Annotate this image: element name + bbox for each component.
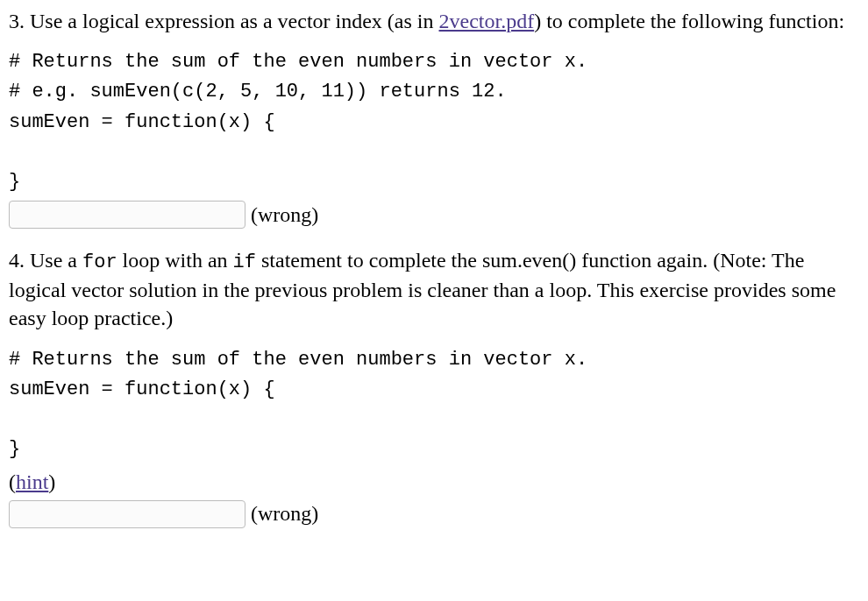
q4-code-for: for	[82, 251, 117, 273]
q3-answer-input[interactable]	[9, 201, 245, 229]
q4-status: (wrong)	[251, 499, 318, 527]
q3-link[interactable]: 2vector.pdf	[439, 10, 535, 32]
q4-prompt-a: 4. Use a	[9, 249, 82, 272]
q4-hint-link[interactable]: hint	[16, 470, 48, 493]
q4-answer-row: (wrong)	[9, 499, 859, 527]
q4-hint-line: (hint)	[9, 468, 859, 496]
q3-answer-row: (wrong)	[9, 201, 859, 229]
q3-prompt-after: ) to complete the following function:	[534, 10, 844, 32]
q3-code: # Returns the sum of the even numbers in…	[9, 47, 859, 196]
q3-prompt-before: 3. Use a logical expression as a vector …	[9, 10, 439, 32]
q4-prompt-b: loop with an	[117, 249, 233, 272]
q4-answer-input[interactable]	[9, 500, 245, 528]
q3-prompt: 3. Use a logical expression as a vector …	[9, 7, 859, 35]
q4-prompt: 4. Use a for loop with an if statement t…	[9, 246, 859, 332]
q4-code-if: if	[233, 251, 256, 273]
q4-code: # Returns the sum of the even numbers in…	[9, 345, 859, 464]
q3-status: (wrong)	[251, 201, 318, 229]
